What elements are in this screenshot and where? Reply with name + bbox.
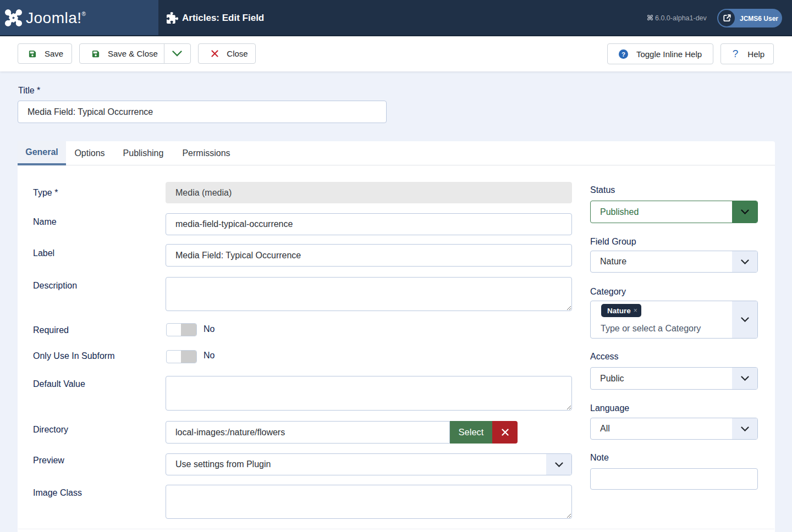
svg-text:?: ? — [622, 51, 625, 57]
